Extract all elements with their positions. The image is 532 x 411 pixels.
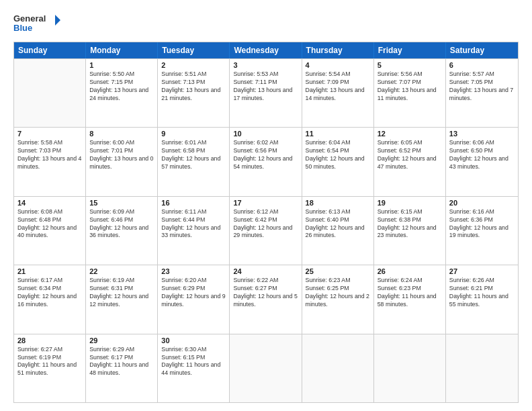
- calendar-row: 1 Sunrise: 5:50 AMSunset: 7:15 PMDayligh…: [14, 58, 518, 127]
- svg-text:Blue: Blue: [13, 23, 32, 33]
- calendar-cell: 12 Sunrise: 6:05 AMSunset: 6:52 PMDaylig…: [374, 128, 446, 195]
- calendar-cell: 5 Sunrise: 5:56 AMSunset: 7:07 PMDayligh…: [374, 59, 446, 127]
- cell-info: Sunrise: 5:56 AMSunset: 7:07 PMDaylight:…: [378, 71, 442, 103]
- calendar-cell: [14, 59, 86, 127]
- day-number: 11: [306, 130, 370, 138]
- calendar-cell: 8 Sunrise: 6:00 AMSunset: 7:01 PMDayligh…: [86, 128, 158, 195]
- calendar-cell: 2 Sunrise: 5:51 AMSunset: 7:13 PMDayligh…: [158, 59, 230, 127]
- day-number: 27: [449, 267, 515, 275]
- day-number: 22: [89, 267, 154, 275]
- day-number: 26: [378, 267, 442, 275]
- calendar-cell: 22 Sunrise: 6:19 AMSunset: 6:31 PMDaylig…: [86, 265, 158, 333]
- calendar-cell: 19 Sunrise: 6:15 AMSunset: 6:38 PMDaylig…: [374, 197, 446, 265]
- cell-info: Sunrise: 6:01 AMSunset: 6:58 PMDaylight:…: [161, 139, 226, 171]
- day-number: 10: [233, 130, 298, 138]
- cell-info: Sunrise: 6:06 AMSunset: 6:50 PMDaylight:…: [449, 139, 515, 171]
- day-number: 12: [378, 130, 442, 138]
- calendar-cell: [374, 334, 446, 402]
- day-number: 14: [17, 199, 82, 207]
- day-number: 28: [17, 336, 82, 345]
- calendar-cell: [446, 334, 518, 402]
- cell-info: Sunrise: 6:19 AMSunset: 6:31 PMDaylight:…: [89, 277, 154, 309]
- day-number: 19: [378, 199, 442, 207]
- cell-info: Sunrise: 6:30 AMSunset: 6:15 PMDaylight:…: [161, 346, 226, 378]
- calendar-cell: 17 Sunrise: 6:12 AMSunset: 6:42 PMDaylig…: [230, 197, 302, 265]
- cell-info: Sunrise: 5:58 AMSunset: 7:03 PMDaylight:…: [17, 139, 82, 171]
- cell-info: Sunrise: 6:15 AMSunset: 6:38 PMDaylight:…: [378, 208, 442, 240]
- calendar-row: 21 Sunrise: 6:17 AMSunset: 6:34 PMDaylig…: [14, 265, 518, 333]
- cell-info: Sunrise: 6:00 AMSunset: 7:01 PMDaylight:…: [89, 139, 154, 171]
- day-number: 5: [378, 61, 442, 69]
- calendar-cell: 20 Sunrise: 6:16 AMSunset: 6:36 PMDaylig…: [446, 197, 518, 265]
- day-number: 30: [161, 336, 226, 345]
- cell-info: Sunrise: 6:16 AMSunset: 6:36 PMDaylight:…: [449, 208, 515, 240]
- day-number: 15: [89, 199, 154, 207]
- calendar-row: 28 Sunrise: 6:27 AMSunset: 6:19 PMDaylig…: [14, 334, 518, 402]
- calendar-cell: 13 Sunrise: 6:06 AMSunset: 6:50 PMDaylig…: [446, 128, 518, 195]
- calendar-cell: 3 Sunrise: 5:53 AMSunset: 7:11 PMDayligh…: [230, 59, 302, 127]
- day-number: 9: [161, 130, 226, 138]
- header-day: Thursday: [302, 42, 374, 58]
- calendar-cell: 25 Sunrise: 6:23 AMSunset: 6:25 PMDaylig…: [302, 265, 374, 333]
- cell-info: Sunrise: 6:11 AMSunset: 6:44 PMDaylight:…: [161, 208, 226, 240]
- calendar-cell: 27 Sunrise: 6:26 AMSunset: 6:21 PMDaylig…: [446, 265, 518, 333]
- header-day: Monday: [86, 42, 158, 58]
- day-number: 18: [306, 199, 370, 207]
- calendar-cell: 30 Sunrise: 6:30 AMSunset: 6:15 PMDaylig…: [158, 334, 230, 402]
- day-number: 29: [89, 336, 154, 345]
- calendar-row: 14 Sunrise: 6:08 AMSunset: 6:48 PMDaylig…: [14, 196, 518, 265]
- cell-info: Sunrise: 6:04 AMSunset: 6:54 PMDaylight:…: [306, 139, 370, 171]
- cell-info: Sunrise: 6:26 AMSunset: 6:21 PMDaylight:…: [449, 277, 515, 309]
- calendar-header: SundayMondayTuesdayWednesdayThursdayFrid…: [14, 42, 518, 58]
- calendar-cell: [230, 334, 302, 402]
- day-number: 13: [449, 130, 515, 138]
- calendar-row: 7 Sunrise: 5:58 AMSunset: 7:03 PMDayligh…: [14, 127, 518, 195]
- cell-info: Sunrise: 6:02 AMSunset: 6:56 PMDaylight:…: [233, 139, 298, 171]
- header-day: Sunday: [14, 42, 86, 58]
- cell-info: Sunrise: 6:09 AMSunset: 6:46 PMDaylight:…: [89, 208, 154, 240]
- day-number: 2: [161, 61, 226, 69]
- calendar-cell: 15 Sunrise: 6:09 AMSunset: 6:46 PMDaylig…: [86, 197, 158, 265]
- day-number: 1: [89, 61, 154, 69]
- calendar-cell: 4 Sunrise: 5:54 AMSunset: 7:09 PMDayligh…: [302, 59, 374, 127]
- logo-svg: General Blue: [13, 12, 60, 36]
- calendar-cell: 26 Sunrise: 6:24 AMSunset: 6:23 PMDaylig…: [374, 265, 446, 333]
- calendar-page: General Blue SundayMondayTuesdayWednesda…: [0, 0, 532, 411]
- header-day: Wednesday: [230, 42, 302, 58]
- cell-info: Sunrise: 6:12 AMSunset: 6:42 PMDaylight:…: [233, 208, 298, 240]
- cell-info: Sunrise: 6:20 AMSunset: 6:29 PMDaylight:…: [161, 277, 226, 309]
- calendar-cell: 10 Sunrise: 6:02 AMSunset: 6:56 PMDaylig…: [230, 128, 302, 195]
- cell-info: Sunrise: 6:08 AMSunset: 6:48 PMDaylight:…: [17, 208, 82, 240]
- cell-info: Sunrise: 6:13 AMSunset: 6:40 PMDaylight:…: [306, 208, 370, 240]
- calendar-cell: 9 Sunrise: 6:01 AMSunset: 6:58 PMDayligh…: [158, 128, 230, 195]
- day-number: 8: [89, 130, 154, 138]
- header-day: Saturday: [446, 42, 518, 58]
- day-number: 4: [306, 61, 370, 69]
- day-number: 16: [161, 199, 226, 207]
- svg-marker-2: [55, 15, 60, 26]
- cell-info: Sunrise: 5:57 AMSunset: 7:05 PMDaylight:…: [449, 71, 515, 103]
- cell-info: Sunrise: 5:53 AMSunset: 7:11 PMDaylight:…: [233, 71, 298, 103]
- calendar-cell: 29 Sunrise: 6:29 AMSunset: 6:17 PMDaylig…: [86, 334, 158, 402]
- header-day: Tuesday: [158, 42, 230, 58]
- day-number: 3: [233, 61, 298, 69]
- cell-info: Sunrise: 6:22 AMSunset: 6:27 PMDaylight:…: [233, 277, 298, 309]
- calendar-cell: 14 Sunrise: 6:08 AMSunset: 6:48 PMDaylig…: [14, 197, 86, 265]
- cell-info: Sunrise: 5:50 AMSunset: 7:15 PMDaylight:…: [89, 71, 154, 103]
- cell-info: Sunrise: 6:24 AMSunset: 6:23 PMDaylight:…: [378, 277, 442, 309]
- cell-info: Sunrise: 5:54 AMSunset: 7:09 PMDaylight:…: [306, 71, 370, 103]
- page-header: General Blue: [13, 12, 519, 36]
- day-number: 21: [17, 267, 82, 275]
- calendar-cell: 18 Sunrise: 6:13 AMSunset: 6:40 PMDaylig…: [302, 197, 374, 265]
- calendar-cell: 16 Sunrise: 6:11 AMSunset: 6:44 PMDaylig…: [158, 197, 230, 265]
- calendar-cell: 21 Sunrise: 6:17 AMSunset: 6:34 PMDaylig…: [14, 265, 86, 333]
- cell-info: Sunrise: 6:27 AMSunset: 6:19 PMDaylight:…: [17, 346, 82, 378]
- cell-info: Sunrise: 6:29 AMSunset: 6:17 PMDaylight:…: [89, 346, 154, 378]
- day-number: 25: [306, 267, 370, 275]
- calendar-cell: 7 Sunrise: 5:58 AMSunset: 7:03 PMDayligh…: [14, 128, 86, 195]
- cell-info: Sunrise: 6:23 AMSunset: 6:25 PMDaylight:…: [306, 277, 370, 309]
- calendar: SundayMondayTuesdayWednesdayThursdayFrid…: [13, 42, 519, 403]
- calendar-cell: 28 Sunrise: 6:27 AMSunset: 6:19 PMDaylig…: [14, 334, 86, 402]
- day-number: 23: [161, 267, 226, 275]
- header-day: Friday: [374, 42, 446, 58]
